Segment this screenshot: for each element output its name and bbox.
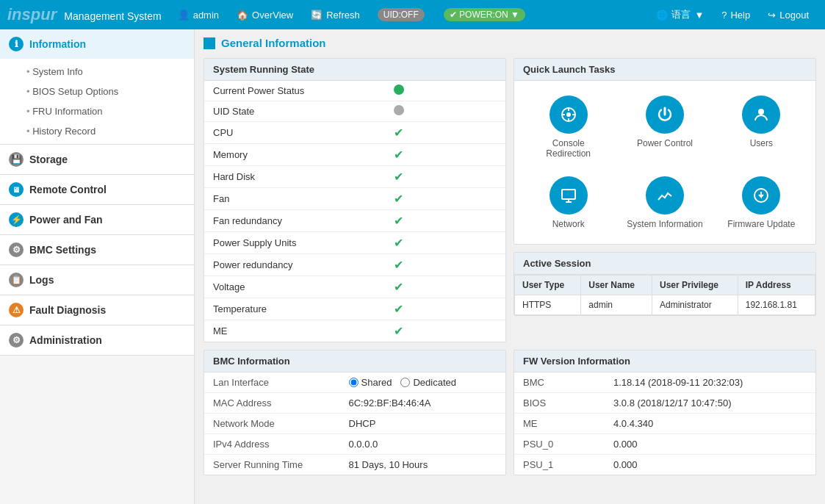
check-icon: ✔ (394, 192, 403, 205)
lan-dedicated-radio[interactable] (400, 378, 410, 387)
status-value: ✔ (385, 122, 505, 144)
check-icon: ✔ (394, 126, 403, 139)
table-row: Power Supply Units✔ (204, 232, 505, 254)
ql-firmware-update[interactable]: Firmware Update (716, 170, 807, 235)
status-value: ✔ (385, 298, 505, 320)
ql-power-control[interactable]: Power Control (619, 90, 710, 165)
sidebar-item-power-and-fan[interactable]: ⚡ Power and Fan (0, 205, 194, 234)
ql-network-label: Network (552, 219, 585, 229)
lan-shared-option[interactable]: Shared (349, 377, 392, 388)
status-value: ✔ (385, 232, 505, 254)
check-icon: ✔ (394, 259, 403, 271)
table-row: Voltage✔ (204, 276, 505, 298)
page-title-icon (203, 37, 215, 49)
lan-dedicated-option[interactable]: Dedicated (400, 377, 456, 388)
status-label: Power Supply Units (204, 232, 385, 254)
ql-network[interactable]: Network (523, 170, 613, 235)
active-session-title: Active Session (514, 253, 815, 275)
nav-language[interactable]: 🌐 语言 ▼ (647, 0, 713, 29)
sidebar-item-remote-control[interactable]: 🖥 Remote Control (0, 175, 194, 204)
table-row: ME✔ (204, 320, 505, 342)
sidebar-bmc-label: BMC Settings (29, 244, 96, 256)
settings-icon: ⚙ (9, 242, 24, 257)
check-icon: ✔ (394, 215, 403, 227)
ql-console-redirection[interactable]: Console Redirection (523, 90, 613, 165)
sidebar-item-storage[interactable]: 💾 Storage (0, 145, 194, 174)
information-icon: ℹ (9, 37, 24, 51)
nav-logout-label: Logout (779, 10, 809, 21)
status-value: ✔ (385, 188, 505, 210)
sidebar-item-system-info[interactable]: System Info (0, 62, 194, 82)
sidebar-section-power: ⚡ Power and Fan (0, 205, 194, 235)
table-row: BMC 1.18.14 (2018-09-11 20:32:03) (514, 372, 815, 393)
table-row: Server Running Time 81 Days, 10 Hours (204, 455, 505, 475)
uid-badge: UID:OFF (378, 8, 425, 21)
status-label: Memory (204, 144, 385, 166)
globe-icon: 🌐 (656, 10, 668, 21)
sidebar-item-bios-setup[interactable]: BIOS Setup Options (0, 82, 194, 101)
status-label: Temperature (204, 298, 385, 320)
table-row: IPv4 Address 0.0.0.0 (204, 434, 505, 455)
bmc-mac-value: 6C:92:BF:B4:46:4A (340, 393, 506, 414)
table-row: HTTPS admin Administrator 192.168.1.81 (515, 295, 815, 315)
status-label: CPU (204, 122, 385, 144)
nav-help[interactable]: ? Help (713, 0, 759, 29)
lan-shared-radio[interactable] (349, 378, 359, 387)
sidebar-item-bmc-settings[interactable]: ⚙ BMC Settings (0, 235, 194, 264)
nav-language-label: 语言 (671, 8, 691, 21)
sidebar-item-history[interactable]: History Record (0, 121, 194, 141)
status-label: UID State (204, 101, 385, 122)
bmc-runtime-label: Server Running Time (204, 455, 340, 475)
table-row: ME 4.0.4.340 (514, 414, 815, 434)
sidebar-item-information[interactable]: ℹ Information (0, 29, 194, 59)
status-value: ✔ (385, 210, 505, 232)
fw-psu1-label: PSU_1 (514, 455, 605, 475)
page-title: General Information (203, 37, 816, 49)
page-title-text: General Information (221, 37, 326, 49)
bmc-lan-value: Shared Dedicated (340, 372, 506, 393)
green-dot-icon (394, 84, 404, 95)
nav-refresh[interactable]: 🔄 Refresh (302, 0, 369, 29)
session-table: User Type User Name User Privilege IP Ad… (514, 275, 815, 315)
nav-overview-label: OverView (252, 10, 293, 21)
bmc-info-title: BMC Information (204, 350, 505, 372)
check-icon: ✔ (394, 303, 403, 315)
sidebar-item-fault-diagnosis[interactable]: ⚠ Fault Diagnosis (0, 295, 194, 325)
check-icon: ✔ (394, 148, 403, 161)
table-row: Hard Disk✔ (204, 166, 505, 188)
ql-system-information[interactable]: System Information (619, 170, 710, 235)
check-icon: ✔ (394, 281, 403, 293)
sidebar-item-administration[interactable]: ⚙ Administration (0, 325, 194, 355)
logout-icon: ↪ (768, 10, 776, 21)
nav-help-label: Help (730, 10, 750, 21)
sidebar-remote-label: Remote Control (29, 184, 107, 195)
nav-overview[interactable]: 🏠 OverView (228, 0, 302, 29)
sidebar-fault-label: Fault Diagnosis (29, 304, 106, 316)
main-content: General Information System Running State… (195, 29, 825, 504)
status-value: ✔ (385, 320, 505, 342)
fw-bmc-label: BMC (514, 372, 605, 393)
sidebar-item-fru[interactable]: FRU Information (0, 101, 194, 121)
quick-launch-title: Quick Launch Tasks (514, 59, 815, 81)
status-value: ✔ (385, 166, 505, 188)
ql-firmware-label: Firmware Update (727, 219, 795, 229)
session-user-type: HTTPS (515, 295, 581, 315)
table-row: Current Power Status (204, 81, 505, 101)
quick-launch-panel: Quick Launch Tasks Console Redirection (514, 58, 816, 245)
sidebar-information-label: Information (29, 38, 86, 50)
sidebar-item-logs[interactable]: 📋 Logs (0, 265, 194, 295)
svg-rect-7 (562, 190, 575, 199)
nav-power[interactable]: ✔ POWER:ON ▼ (435, 0, 534, 29)
ql-users[interactable]: Users (716, 90, 807, 165)
nav-logout[interactable]: ↪ Logout (759, 0, 818, 29)
table-row: Power redundancy✔ (204, 254, 505, 276)
dropdown-arrow-icon: ▼ (694, 10, 704, 21)
refresh-icon: 🔄 (311, 10, 323, 21)
fw-psu0-value: 0.000 (605, 434, 815, 455)
nav-uid[interactable]: UID:OFF (369, 0, 435, 29)
fw-me-value: 4.0.4.340 (605, 414, 815, 434)
users-icon (742, 96, 780, 134)
sidebar-section-information: ℹ Information System Info BIOS Setup Opt… (0, 29, 194, 145)
table-row: MAC Address 6C:92:BF:B4:46:4A (204, 393, 505, 414)
table-row: Lan Interface Shared Dedicated (204, 372, 505, 393)
